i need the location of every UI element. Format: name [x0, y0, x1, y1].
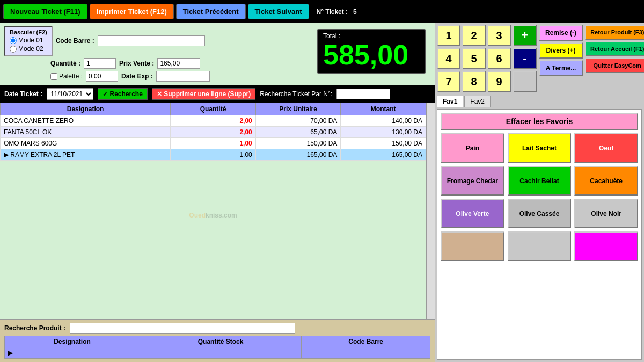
fav-empty-3-button[interactable] — [574, 231, 638, 261]
col-quantite: Quantité — [171, 103, 256, 115]
ticket-table-wrapper: Designation Quantité Prix Unitaire Monta… — [0, 103, 435, 319]
search-col-stock: Quantité Stock — [140, 336, 301, 347]
mode-box: Basculer (F2) Mode 01 Mode 02 — [4, 26, 53, 56]
date-ticket-row: Date Ticket : 11/10/2021 ✓ Recherche ✕ S… — [0, 85, 435, 103]
fav-lait-button[interactable]: Lait Sachet — [508, 133, 572, 163]
mode02-radio[interactable]: Mode 02 — [10, 45, 47, 53]
fav-olive-cassee-button[interactable]: Olive Cassée — [508, 199, 572, 228]
col-prix: Prix Unitaire — [255, 103, 341, 115]
ticket-number: N° Ticket : 5 — [317, 7, 357, 16]
input-section: Basculer (F2) Mode 01 Mode 02 Code Barre… — [0, 23, 312, 85]
fav-cacahuete-button[interactable]: Cacahuète — [574, 166, 638, 196]
right-panel: 1 2 3 4 5 6 7 8 9 + - Remise (-) Divers … — [435, 23, 644, 362]
divers-button[interactable]: Divers (+) — [539, 42, 583, 59]
ticket-table-container: Designation Quantité Prix Unitaire Monta… — [0, 103, 426, 319]
main-area: Basculer (F2) Mode 01 Mode 02 Code Barre… — [0, 23, 644, 362]
recherche-button[interactable]: ✓ Recherche — [98, 88, 148, 100]
fav-olive-noir-button[interactable]: Olive Noir — [574, 199, 638, 228]
print-ticket-button[interactable]: Imprimer Ticket (F12) — [90, 4, 174, 19]
palette-input[interactable] — [86, 71, 118, 82]
fav2-tab[interactable]: Fav2 — [464, 96, 491, 107]
op-empty — [513, 71, 537, 92]
code-barre-input[interactable] — [98, 35, 205, 46]
num-3-button[interactable]: 3 — [487, 25, 511, 46]
num-2-button[interactable]: 2 — [462, 25, 486, 46]
watermark: Ouedkniss.com — [189, 200, 237, 222]
table-row[interactable]: FANTA 50CL OK 2,00 65,00 DA 130,00 DA — [1, 127, 426, 138]
fav-cachir-button[interactable]: Cachir Bellat — [508, 166, 572, 196]
date-exp-input[interactable] — [156, 71, 210, 82]
new-ticket-button[interactable]: Nouveau Ticket (F11) — [3, 4, 87, 19]
table-row[interactable]: COCA CANETTE ZERO 2,00 70,00 DA 140,00 D… — [1, 115, 426, 127]
fav-olive-verte-button[interactable]: Olive Verte — [441, 199, 504, 228]
prix-vente-input[interactable] — [157, 58, 200, 69]
plus-button[interactable]: + — [513, 25, 537, 46]
fav-empty-2-button[interactable] — [508, 231, 572, 261]
fav-fromage-button[interactable]: Fromage Chedar — [441, 166, 504, 196]
table-scrollbar[interactable] — [426, 103, 435, 319]
fav-oeuf-button[interactable]: Oeuf — [574, 133, 638, 163]
op-col: + - — [513, 25, 537, 92]
ticket-search-input[interactable] — [336, 89, 390, 99]
next-ticket-button[interactable]: Ticket Suivant — [248, 4, 309, 19]
col-montant: Montant — [341, 103, 426, 115]
num-1-button[interactable]: 1 — [437, 25, 460, 46]
fav-grid: Pain Lait Sachet Oeuf Fromage Chedar Cac… — [441, 133, 638, 261]
palette-checkbox[interactable]: Palette : — [50, 73, 83, 80]
date-ticket-select[interactable]: 11/10/2021 — [47, 88, 93, 100]
num-7-button[interactable]: 7 — [437, 71, 460, 92]
mode01-radio[interactable]: Mode 01 — [10, 37, 47, 44]
search-product-section: Recherche Produit : Designation Quantité… — [0, 319, 435, 362]
num-8-button[interactable]: 8 — [462, 71, 486, 92]
remise-button[interactable]: Remise (-) — [539, 25, 583, 41]
numpad-section: 1 2 3 4 5 6 7 8 9 + - Remise (-) Divers … — [437, 25, 642, 92]
favorites-section: Effacer les Favoris Pain Lait Sachet Oeu… — [437, 109, 642, 360]
search-col-designation: Designation — [5, 336, 140, 347]
table-row[interactable]: OMO MARS 600G 1,00 150,00 DA 150,00 DA — [1, 138, 426, 149]
supprimer-button[interactable]: ✕ Supprimer une ligne (Suppr) — [152, 88, 255, 100]
search-product-input[interactable] — [70, 323, 295, 334]
top-toolbar: Nouveau Ticket (F11) Imprimer Ticket (F1… — [0, 0, 644, 23]
search-table: Designation Quantité Stock Code Barre ▶ — [4, 336, 430, 359]
action-col: Remise (-) Divers (+) A Terme... — [539, 25, 583, 76]
num-5-button[interactable]: 5 — [462, 48, 486, 69]
left-panel: Basculer (F2) Mode 01 Mode 02 Code Barre… — [0, 23, 435, 362]
search-table-row: ▶ — [5, 347, 430, 359]
fav-empty-1-button[interactable] — [441, 231, 504, 261]
total-display: Total : 585,00 — [312, 26, 430, 82]
search-col-code: Code Barre — [302, 336, 430, 347]
retour-accueil-button[interactable]: Retour Accueil (F1) — [585, 41, 644, 56]
num-4-button[interactable]: 4 — [437, 48, 460, 69]
numpad-grid: 1 2 3 4 5 6 7 8 9 — [437, 25, 511, 92]
ticket-table: Designation Quantité Prix Unitaire Monta… — [0, 103, 426, 161]
fav1-tab[interactable]: Fav1 — [437, 96, 463, 107]
table-row[interactable]: ▶ RAMY EXTRA 2L PET 1,00 165,00 DA 165,0… — [1, 149, 426, 161]
retour-col: Retour Produit (F3) Retour Accueil (F1) … — [585, 25, 644, 73]
quitter-button[interactable]: Quitter EasyCom — [585, 58, 644, 73]
a-terme-button[interactable]: A Terme... — [539, 60, 583, 76]
fav-tabs: Fav1 Fav2 — [437, 96, 642, 107]
input-total-section: Basculer (F2) Mode 01 Mode 02 Code Barre… — [0, 23, 435, 85]
col-designation: Designation — [1, 103, 171, 115]
prev-ticket-button[interactable]: Ticket Précédent — [176, 4, 246, 19]
minus-button[interactable]: - — [513, 48, 537, 69]
num-6-button[interactable]: 6 — [487, 48, 511, 69]
effacer-favoris-button[interactable]: Effacer les Favoris — [441, 113, 638, 130]
quantity-input[interactable] — [84, 58, 116, 69]
num-9-button[interactable]: 9 — [487, 71, 511, 92]
retour-produit-button[interactable]: Retour Produit (F3) — [585, 25, 644, 40]
fav-pain-button[interactable]: Pain — [441, 133, 504, 163]
